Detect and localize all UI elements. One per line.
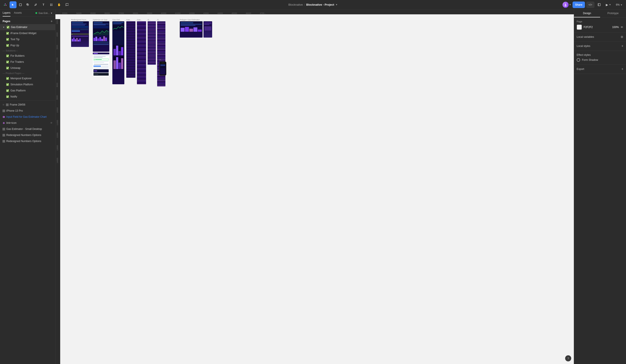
svg-point-11 [565, 4, 566, 5]
page-color-row: F2F2F2 100% 👁 [577, 25, 624, 30]
mini-polygon-side[interactable] [203, 21, 212, 37]
page-section-title: Page [577, 20, 624, 23]
layer-redesigned-1[interactable]: Redesigned Numbers Options [0, 132, 55, 138]
pages-list: ▼ ✅ Gas Estimator ✅ iFrame Embed Widget … [0, 24, 55, 98]
visibility-icon[interactable]: 👁 [621, 26, 624, 29]
svg-rect-27 [4, 129, 5, 130]
mini-optimize-light[interactable] [93, 53, 109, 76]
page-icon-iframe: ✅ [6, 32, 9, 35]
shape-tool-button[interactable] [24, 1, 31, 8]
layer-input-field[interactable]: Input Field for Gas Estimator Chart [0, 114, 55, 120]
pen-tool-button[interactable] [32, 1, 39, 8]
layer-gas-small-desktop[interactable]: Gas Estimator - Small Desktop [0, 126, 55, 132]
section-header: Pages + [0, 18, 55, 24]
frames-container: Redesigned Num... [65, 19, 569, 360]
page-opacity-value[interactable]: 100% [612, 26, 619, 29]
pages-section: Pages + ▼ ✅ Gas Estimator ✅ iFrame Embed… [0, 17, 55, 100]
tab-assets[interactable]: Assets [14, 11, 22, 16]
mini-gas-col2[interactable] [137, 21, 146, 84]
frame-group-gas-col2: Gas... [137, 19, 146, 84]
comment-tool-button[interactable] [64, 1, 71, 8]
export-section: Export + [574, 65, 626, 74]
page-item-traders[interactable]: ✅ For Traders [0, 59, 55, 65]
zoom-level[interactable]: 6% ▼ [614, 1, 624, 8]
canvas-viewport[interactable]: Redesigned Num... [60, 14, 574, 364]
mini-iphone[interactable] [159, 62, 166, 75]
right-panel: Design Prototype Page F2F2F2 100% 👁 Loca… [574, 9, 626, 364]
svg-rect-23 [4, 111, 5, 112]
play-button[interactable]: ▶ ▼ [604, 1, 613, 8]
canvas-body: 3000 4000 5000 6000 7000 8000 9000 10000… [55, 14, 574, 364]
eye-icon-link[interactable]: 👁 [50, 122, 53, 124]
page-item-popup[interactable]: ✅ Pop Up [0, 42, 55, 48]
frame-group-redesigned-top: Redesigned Num... [71, 19, 89, 47]
svg-rect-18 [6, 105, 7, 106]
tab-design[interactable]: Design [574, 9, 600, 17]
svg-point-3 [5, 5, 5, 5]
page-item-mempool[interactable]: ✅ Mempool Explorer [0, 75, 55, 81]
pages-title: Pages [2, 20, 10, 23]
share-button[interactable]: Share [573, 1, 585, 8]
page-item-builders[interactable]: ✅ For Builders [0, 53, 55, 59]
page-item-gas-platform[interactable]: ✅ Gas Platform [0, 88, 55, 94]
svg-rect-9 [50, 5, 51, 6]
book-button[interactable] [596, 1, 603, 8]
effect-label: Form Shadow [582, 58, 598, 62]
page-item-gas-estimator[interactable]: ▼ ✅ Gas Estimator [0, 24, 55, 30]
mini-polygon-main[interactable] [180, 21, 203, 37]
page-item-iframe[interactable]: ✅ iFrame Embed Widget [0, 30, 55, 36]
svg-rect-29 [4, 134, 5, 135]
effect-circle-icon [577, 58, 580, 62]
mini-frame-redesigned1[interactable] [71, 21, 89, 47]
page-icon-popup: ✅ [6, 44, 9, 47]
frame-group-gas-col1: Gas... [126, 19, 135, 78]
svg-rect-32 [3, 140, 4, 141]
layer-redesigned-2[interactable]: Redesigned Numbers Options [0, 138, 55, 144]
svg-point-1 [4, 5, 5, 6]
mini-gas-col3[interactable] [148, 21, 156, 65]
mini-gas-col4[interactable] [157, 21, 165, 86]
local-variables-settings-button[interactable]: ⚙ [621, 35, 624, 39]
page-item-simulation[interactable]: ✅ Simulation Platform [0, 81, 55, 88]
svg-rect-17 [8, 104, 8, 105]
current-page-icon [35, 12, 38, 14]
text-tool-button[interactable]: T [40, 1, 47, 8]
page-item-tooltip[interactable]: ✅ Tool Tip [0, 36, 55, 42]
help-button[interactable]: ? [565, 355, 571, 362]
panel-tabs: Layers Assets Gas Esti... ▼ [0, 9, 55, 17]
page-item-uniswap[interactable]: ✅ Uniswap [0, 65, 55, 71]
svg-rect-21 [4, 110, 5, 110]
code-button[interactable]: </> [586, 1, 594, 8]
frame-group-gas-esti: Gas Esti... [112, 19, 124, 84]
project-name[interactable]: Blocknative [288, 3, 303, 6]
frame-group-gas-col4: G... [157, 19, 165, 86]
svg-rect-19 [8, 105, 8, 106]
project-title[interactable]: Blocknative - Project [306, 3, 334, 6]
menu-button[interactable] [2, 1, 9, 8]
frame-tool-button[interactable] [17, 1, 23, 8]
mini-optimize-top[interactable] [93, 21, 109, 52]
page-icon-notify: ✅ [6, 95, 9, 98]
add-page-button[interactable]: + [51, 19, 53, 23]
canvas-area[interactable]: 33000 34000 35000 36000 37000 38000 3900… [55, 9, 574, 364]
component-tool-button[interactable] [48, 1, 55, 8]
layer-link-icon[interactable]: link+icon 👁 [0, 120, 55, 126]
effect-form-shadow[interactable]: Form Shadow [577, 58, 624, 62]
mini-gas-col1[interactable] [126, 21, 135, 78]
page-color-swatch[interactable] [577, 25, 582, 30]
svg-rect-26 [3, 129, 4, 130]
ruler-corner [55, 9, 60, 14]
hand-tool-button[interactable]: ✋ [56, 1, 63, 8]
tab-prototype[interactable]: Prototype [600, 9, 626, 17]
move-tool-button[interactable] [9, 1, 16, 8]
page-item-notify[interactable]: ✅ Notify [0, 94, 55, 98]
page-color-value[interactable]: F2F2F2 [584, 26, 610, 29]
add-local-style-button[interactable]: + [622, 44, 624, 48]
layer-frame28456[interactable]: ⊞ Frame 28456 [0, 102, 55, 108]
mini-gas-esti[interactable] [112, 21, 124, 84]
layer-iphone13pro[interactable]: iPhone 13 Pro [0, 108, 55, 114]
tab-layers[interactable]: Layers [2, 11, 10, 16]
add-export-button[interactable]: + [622, 67, 624, 71]
svg-point-15 [36, 12, 37, 14]
toolbar-left: T ✋ [2, 1, 209, 8]
